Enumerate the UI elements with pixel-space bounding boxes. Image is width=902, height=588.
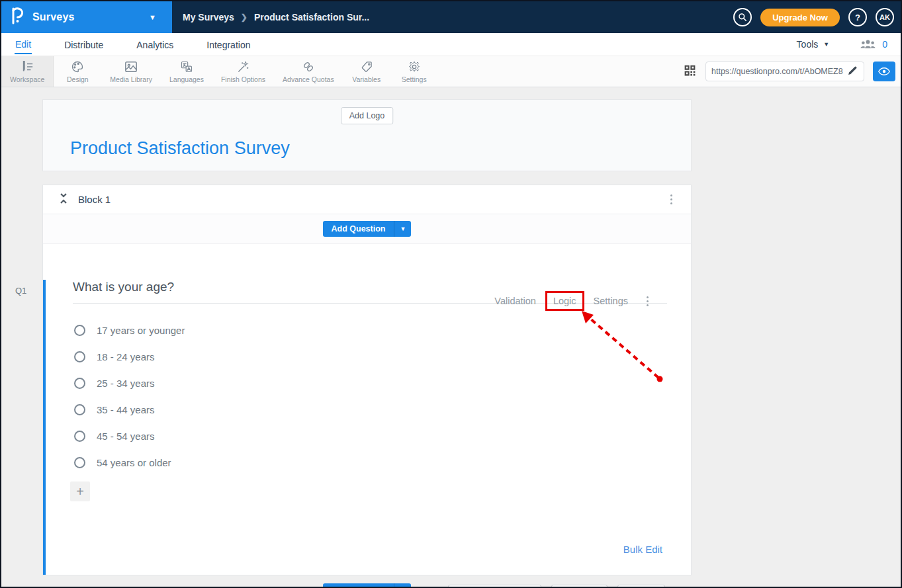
answer-option[interactable]: 35 - 44 years xyxy=(74,396,691,423)
answer-option-label[interactable]: 18 - 24 years xyxy=(97,351,155,362)
answer-option[interactable]: 17 years or younger xyxy=(74,317,691,343)
toolbar-label: Finish Options xyxy=(221,75,265,83)
question-menu-kebab-icon[interactable] xyxy=(644,294,651,309)
add-option-button[interactable]: + xyxy=(70,482,90,501)
advance-quotas-links-icon xyxy=(301,60,316,73)
questionpro-logo-icon xyxy=(11,7,26,27)
add-logo-button[interactable]: Add Logo xyxy=(341,107,394,124)
block-footer: Add Question ▼ Remove Page Break xyxy=(42,575,692,588)
toolbar-item-finish-options[interactable]: Finish Options xyxy=(212,56,274,87)
avatar[interactable]: AK xyxy=(876,8,894,26)
toolbar-item-advance-quotas[interactable]: Advance Quotas xyxy=(274,56,343,87)
edit-link-pencil-icon[interactable] xyxy=(847,65,858,79)
radio-icon[interactable] xyxy=(74,378,85,389)
answer-option[interactable]: 54 years or older xyxy=(74,449,691,476)
radio-icon[interactable] xyxy=(74,351,85,362)
bulk-edit-link[interactable]: Bulk Edit xyxy=(623,544,662,555)
qr-code-button[interactable] xyxy=(683,63,697,80)
collaborators-icon xyxy=(860,39,876,50)
tab-distribute[interactable]: Distribute xyxy=(64,36,104,54)
radio-icon[interactable] xyxy=(74,404,85,415)
survey-header-card: Add Logo Product Satisfaction Survey xyxy=(42,99,692,171)
add-question-caret[interactable]: ▼ xyxy=(394,221,411,237)
breadcrumb-current-survey[interactable]: Product Satisfaction Sur... xyxy=(254,12,369,22)
question-menu-validation[interactable]: Validation xyxy=(494,296,536,306)
answer-option-label[interactable]: 45 - 54 years xyxy=(97,431,155,442)
variables-tag-icon xyxy=(359,60,374,73)
block-header: Block 1 xyxy=(43,185,691,214)
toolbar-item-design[interactable]: Design xyxy=(54,56,101,87)
toolbar-label: Languages xyxy=(169,75,204,83)
settings-gear-icon xyxy=(407,60,422,73)
question-menu-settings[interactable]: Settings xyxy=(594,296,628,306)
product-name: Surveys xyxy=(32,11,75,23)
collapse-block-icon[interactable] xyxy=(59,192,68,207)
preview-button[interactable] xyxy=(873,62,895,81)
tools-caret-icon[interactable]: ▼ xyxy=(823,41,829,48)
radio-icon[interactable] xyxy=(74,431,85,442)
answer-option[interactable]: 18 - 24 years xyxy=(74,343,691,370)
toolbar-item-settings[interactable]: Settings xyxy=(390,56,438,87)
app-window: Surveys ▼ My Surveys ❯ Product Satisfact… xyxy=(0,0,902,588)
add-question-button[interactable]: Add Question xyxy=(323,221,394,237)
upgrade-now-button[interactable]: Upgrade Now xyxy=(760,9,840,26)
add-question-row: Add Question ▼ xyxy=(43,214,691,244)
toolbar-item-media-library[interactable]: Media Library xyxy=(101,56,161,87)
breadcrumb: My Surveys ❯ Product Satisfaction Sur...… xyxy=(172,1,901,33)
survey-link-input[interactable] xyxy=(711,67,847,76)
tab-integration[interactable]: Integration xyxy=(206,36,251,54)
languages-icon xyxy=(179,60,194,73)
collaborators-count: 0 xyxy=(882,39,887,50)
product-switcher-caret-icon[interactable]: ▼ xyxy=(149,13,156,21)
toolbar-item-variables[interactable]: Variables xyxy=(343,56,390,87)
question-menu: Validation Logic Settings xyxy=(494,291,651,311)
section-nav: Edit Distribute Analytics Integration To… xyxy=(1,33,901,56)
toolbar-item-workspace[interactable]: Workspace xyxy=(1,56,54,87)
breadcrumb-my-surveys[interactable]: My Surveys xyxy=(183,12,234,22)
answer-option-label[interactable]: 35 - 44 years xyxy=(97,404,155,415)
tools-menu[interactable]: Tools xyxy=(797,39,819,50)
toolbar-label: Media Library xyxy=(110,75,152,83)
question-menu-logic[interactable]: Logic xyxy=(545,291,584,311)
answer-option-label[interactable]: 17 years or younger xyxy=(97,325,185,336)
toolbar-item-languages[interactable]: Languages xyxy=(161,56,212,87)
toolbar-label: Advance Quotas xyxy=(283,75,334,83)
tab-analytics[interactable]: Analytics xyxy=(136,36,174,54)
help-button[interactable]: ? xyxy=(848,8,867,26)
block-menu-kebab-icon[interactable] xyxy=(668,192,675,207)
answer-option-label[interactable]: 54 years or older xyxy=(97,457,171,468)
answer-options: 17 years or younger 18 - 24 years 25 - 3… xyxy=(74,317,691,476)
survey-link-field[interactable] xyxy=(705,62,864,81)
survey-title[interactable]: Product Satisfaction Survey xyxy=(70,138,290,159)
answer-option[interactable]: 45 - 54 years xyxy=(74,423,691,449)
breadcrumb-separator-icon: ❯ xyxy=(241,13,248,22)
answer-option[interactable]: 25 - 34 years xyxy=(74,370,691,396)
block-card: Block 1 Add Question ▼ Validation Logic … xyxy=(42,185,692,575)
search-button[interactable] xyxy=(733,8,752,26)
tab-edit[interactable]: Edit xyxy=(15,35,32,54)
finish-options-wand-icon xyxy=(236,60,250,73)
top-bar: Surveys ▼ My Surveys ❯ Product Satisfact… xyxy=(1,1,901,33)
workspace-icon xyxy=(20,60,34,73)
answer-option-label[interactable]: 25 - 34 years xyxy=(97,378,155,389)
split-block-button[interactable]: Split Block xyxy=(617,585,665,588)
radio-icon[interactable] xyxy=(74,457,85,468)
survey-canvas: Q1 Add Logo Product Satisfaction Survey … xyxy=(1,87,901,587)
product-switcher[interactable]: Surveys ▼ xyxy=(1,1,172,33)
question-card[interactable]: Validation Logic Settings What is your a… xyxy=(43,280,691,575)
separator-button[interactable]: Separator xyxy=(551,585,608,588)
toolbar-label: Variables xyxy=(352,75,381,83)
media-library-icon xyxy=(124,60,138,73)
collaborators-indicator[interactable]: 0 xyxy=(860,39,887,50)
block-title[interactable]: Block 1 xyxy=(78,194,111,205)
preview-eye-icon xyxy=(878,67,890,76)
search-icon xyxy=(738,13,747,22)
toolbar-label: Workspace xyxy=(10,75,44,83)
toolbar-label: Settings xyxy=(402,75,427,83)
toolbar-label: Design xyxy=(67,75,89,83)
qr-code-icon xyxy=(683,63,697,77)
remove-page-break-button[interactable]: Remove Page Break xyxy=(448,585,541,588)
radio-icon[interactable] xyxy=(74,325,85,336)
footer-add-question-button[interactable]: Add Question xyxy=(323,583,394,588)
footer-add-question-caret[interactable]: ▼ xyxy=(394,583,411,588)
